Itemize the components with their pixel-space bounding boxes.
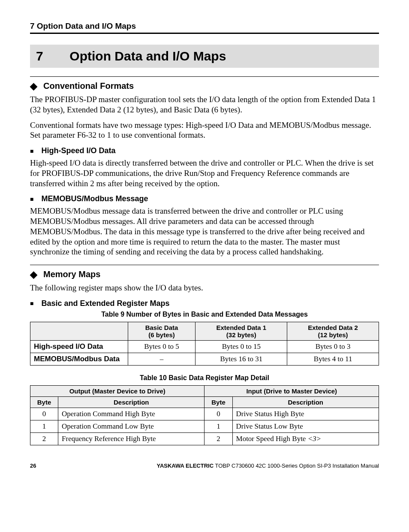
- table-row: MEMOBUS/Modbus Data – Bytes 16 to 31 Byt…: [30, 353, 379, 365]
- cell: 0: [204, 408, 232, 420]
- cell: 1: [30, 420, 58, 432]
- chapter-title-bar: 7 Option Data and I/O Maps: [30, 45, 379, 68]
- square-icon: ■: [30, 148, 33, 154]
- chapter-number: 7: [36, 49, 66, 63]
- section-title: Memory Maps: [43, 269, 100, 279]
- table-9-caption: Table 9 Number of Bytes in Basic and Ext…: [30, 311, 379, 318]
- table-row: 2 Frequency Reference High Byte 2 Motor …: [30, 432, 379, 445]
- footer-doc-id: YASKAWA ELECTRIC TOBP C730600 42C 1000-S…: [156, 462, 379, 469]
- diamond-icon: ◆: [30, 82, 37, 91]
- table-header: Byte: [204, 396, 232, 408]
- paragraph: Conventional formats have two message ty…: [30, 120, 379, 141]
- cell: Bytes 4 to 11: [287, 353, 379, 365]
- table-9: Basic Data(6 bytes) Extended Data 1(32 b…: [30, 322, 379, 366]
- row-label: MEMOBUS/Modbus Data: [30, 353, 128, 365]
- paragraph: The following register maps show the I/O…: [30, 283, 379, 293]
- page-footer: 26 YASKAWA ELECTRIC TOBP C730600 42C 100…: [30, 462, 379, 469]
- table-header: Basic Data(6 bytes): [128, 322, 195, 340]
- table-header: Byte: [30, 396, 58, 408]
- page-number: 26: [30, 462, 36, 469]
- table-header: Description: [232, 396, 379, 408]
- table-group-header: Output (Master Device to Drive): [30, 385, 204, 396]
- subsection-title: High-Speed I/O Data: [41, 146, 115, 155]
- subsection-title: Basic and Extended Register Maps: [41, 299, 169, 308]
- table-header: Extended Data 1(32 bytes): [195, 322, 287, 340]
- table-row: 0 Operation Command High Byte 0 Drive St…: [30, 408, 379, 420]
- paragraph: High-speed I/O data is directly transfer…: [30, 158, 379, 188]
- table-header: Description: [58, 396, 204, 408]
- cell: 2: [30, 432, 58, 445]
- cell: Frequency Reference High Byte: [58, 432, 204, 445]
- cell: Drive Status High Byte: [232, 408, 379, 420]
- table-header: [30, 322, 128, 340]
- cell: 2: [204, 432, 232, 445]
- chapter-title: Option Data and I/O Maps: [69, 49, 226, 63]
- section-title: Conventional Formats: [43, 81, 134, 91]
- square-icon: ■: [30, 300, 33, 307]
- section-conventional-formats: ◆ Conventional Formats The PROFIBUS-DP m…: [30, 76, 379, 257]
- cell: –: [128, 353, 195, 365]
- table-10: Output (Master Device to Drive) Input (D…: [30, 385, 379, 445]
- section-memory-maps: ◆ Memory Maps The following register map…: [30, 265, 379, 445]
- table-header: Extended Data 2(12 bytes): [287, 322, 379, 340]
- cell: 0: [30, 408, 58, 420]
- square-icon: ■: [30, 196, 33, 203]
- cell: Drive Status Low Byte: [232, 420, 379, 432]
- paragraph: The PROFIBUS-DP master configuration too…: [30, 94, 379, 115]
- cell: Operation Command High Byte: [58, 408, 204, 420]
- cell: 1: [204, 420, 232, 432]
- running-header: 7 Option Data and I/O Maps: [30, 21, 379, 34]
- subsection-title: MEMOBUS/Modbus Message: [41, 194, 148, 203]
- cell: Bytes 0 to 5: [128, 340, 195, 353]
- row-label: High-speed I/O Data: [30, 340, 128, 353]
- table-row: 1 Operation Command Low Byte 1 Drive Sta…: [30, 420, 379, 432]
- cell: Motor Speed High Byte <3>: [232, 432, 379, 445]
- footnote-ref: <3>: [308, 435, 321, 443]
- table-10-caption: Table 10 Basic Data Register Map Detail: [30, 374, 379, 382]
- table-group-header: Input (Drive to Master Device): [204, 385, 379, 396]
- paragraph: MEMOBUS/Modbus message data is transferr…: [30, 206, 379, 257]
- diamond-icon: ◆: [30, 270, 37, 279]
- cell: Bytes 0 to 15: [195, 340, 287, 353]
- table-row: High-speed I/O Data Bytes 0 to 5 Bytes 0…: [30, 340, 379, 353]
- cell: Operation Command Low Byte: [58, 420, 204, 432]
- cell: Bytes 0 to 3: [287, 340, 379, 353]
- cell: Bytes 16 to 31: [195, 353, 287, 365]
